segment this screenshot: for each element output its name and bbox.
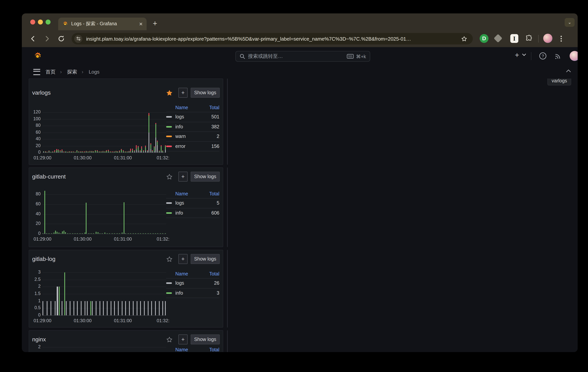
log-line[interactable]: 2025-01-05 01:31:31.509 {"method":"GET",… bbox=[227, 268, 228, 276]
extension-i-icon[interactable]: I bbox=[510, 34, 518, 43]
extension-diamond-icon[interactable] bbox=[495, 35, 501, 41]
legend-row[interactable]: warn2 bbox=[166, 132, 219, 142]
log-line[interactable]: 2025-01-05 01:31:21.482 {"method":"GET",… bbox=[227, 276, 228, 283]
zoom-window-button[interactable] bbox=[46, 20, 51, 24]
add-new-icon[interactable]: + bbox=[515, 51, 519, 59]
search-shortcut: ⌘+k bbox=[347, 54, 366, 59]
tab-close-icon[interactable]: ✕ bbox=[139, 21, 143, 27]
log-line[interactable]: 2025-01-05 01:31:59.900 2025-01-04T17:31… bbox=[227, 106, 228, 114]
log-line[interactable]: 2025-01-05 01:31:59.864 2025-01-04T17:31… bbox=[227, 122, 228, 130]
log-lines-panel[interactable]: 2025-01-05 01:31:59.814 100.120.16.129 -… bbox=[227, 330, 228, 352]
window-chevron-button[interactable]: ⌄ bbox=[565, 18, 575, 27]
search-input[interactable]: 搜索或跳转至… ⌘+k bbox=[235, 51, 370, 62]
log-line[interactable]: 2025-01-05 01:31:59.649 2025-01-04T17:31… bbox=[227, 153, 228, 160]
url-bar[interactable]: insight.plam.toay.io/a/grafana-lokiexplo… bbox=[72, 33, 473, 44]
forward-icon[interactable] bbox=[43, 34, 51, 43]
show-logs-button[interactable]: Show logs bbox=[191, 334, 220, 344]
news-rss-icon[interactable] bbox=[554, 52, 562, 60]
toolbar-divider bbox=[538, 35, 539, 43]
add-to-dashboard-button[interactable]: + bbox=[178, 254, 188, 264]
new-tab-button[interactable]: + bbox=[153, 20, 157, 27]
header-divider bbox=[531, 52, 531, 60]
log-line[interactable]: 2025-01-05 01:31:59.864 2025-01-04T17:31… bbox=[227, 130, 228, 137]
legend-row[interactable]: error156 bbox=[166, 142, 219, 151]
bookmark-star-icon[interactable] bbox=[461, 35, 467, 42]
collapse-chevron-icon[interactable] bbox=[566, 69, 571, 72]
log-line[interactable]: 2025-01-05 01:31:59.864 2025-01-04T17:31… bbox=[227, 145, 228, 153]
breadcrumb-separator: › bbox=[82, 69, 84, 75]
log-line[interactable]: 2025-01-05 01:31:59.900 2025-01-04T17:31… bbox=[227, 114, 228, 122]
legend-row[interactable]: info382 bbox=[166, 122, 219, 132]
show-logs-button[interactable]: Show logs bbox=[191, 254, 220, 264]
legend-header-total[interactable]: Total bbox=[209, 347, 219, 352]
log-line[interactable]: 2025-01-05 01:30:51.403 {"method":"GET",… bbox=[227, 299, 228, 306]
log-line[interactable]: 2025-01-05 01:31:59.900 2025-01-04T17:31… bbox=[227, 91, 228, 98]
extension-green-icon[interactable]: D bbox=[480, 34, 488, 43]
log-line[interactable]: 2025-01-05 01:31:52.262 {"backend_id":"r… bbox=[227, 210, 228, 218]
legend-header-name[interactable]: Name bbox=[175, 271, 209, 277]
legend-header-total[interactable]: Total bbox=[209, 271, 219, 277]
breadcrumb-explore[interactable]: 探索 bbox=[67, 68, 77, 75]
log-line[interactable]: 2025-01-05 01:31:51.557 {"method":"GET",… bbox=[227, 252, 228, 260]
favorite-star-icon[interactable] bbox=[165, 254, 174, 264]
menu-hamburger-icon[interactable] bbox=[33, 69, 40, 75]
legend-row[interactable]: logs26 bbox=[166, 279, 219, 288]
minimize-window-button[interactable] bbox=[38, 20, 43, 24]
extensions-puzzle-icon[interactable] bbox=[525, 34, 533, 42]
legend-row[interactable]: logs5 bbox=[166, 198, 219, 208]
add-to-dashboard-button[interactable]: + bbox=[178, 172, 188, 182]
add-to-dashboard-button[interactable]: + bbox=[178, 88, 188, 98]
log-line[interactable]: 2025-01-05 01:31:11.457 {"method":"GET",… bbox=[227, 284, 228, 291]
legend-row[interactable]: info3 bbox=[166, 288, 219, 298]
favorite-star-icon[interactable] bbox=[165, 88, 174, 98]
log-lines-panel[interactable]: 2025-01-05 01:31:51.557 {"method":"GET",… bbox=[227, 250, 228, 328]
legend-row[interactable]: logs501 bbox=[166, 112, 219, 122]
show-logs-button[interactable]: Show logs bbox=[191, 172, 220, 182]
log-line[interactable]: 2025-01-05 01:31:01.430 {"method":"GET",… bbox=[227, 291, 228, 299]
tab-strip: Logs - 探索 - Grafana ✕ + ⌄ bbox=[22, 13, 578, 30]
legend-header-total[interactable]: Total bbox=[209, 105, 219, 110]
browser-tab[interactable]: Logs - 探索 - Grafana ✕ bbox=[58, 18, 147, 30]
log-line[interactable]: 2025-01-05 01:31:51.510 {"backend_id":"r… bbox=[227, 218, 228, 225]
browser-menu-icon[interactable] bbox=[558, 34, 565, 43]
log-line[interactable]: 2025-01-05 01:31:53.766 {"backend_id":"r… bbox=[227, 202, 228, 210]
show-logs-button[interactable]: Show logs bbox=[191, 88, 220, 98]
series-color-dot bbox=[166, 126, 172, 128]
breadcrumb-home[interactable]: 首页 bbox=[46, 68, 55, 75]
log-line[interactable]: 2025-01-05 01:31:41.532 {"method":"GET",… bbox=[227, 260, 228, 268]
panels-scroll-area[interactable]: 02040608010012001:29:0001:30:0001:31:000… bbox=[22, 78, 578, 352]
log-line[interactable]: 2025-01-05 01:30:41.376 {"method":"GET",… bbox=[227, 307, 228, 314]
add-to-dashboard-button[interactable]: + bbox=[178, 334, 188, 344]
favorite-star-icon[interactable] bbox=[165, 334, 174, 344]
legend-header-name[interactable]: Name bbox=[175, 191, 209, 197]
legend-row[interactable]: info606 bbox=[166, 208, 219, 218]
log-line[interactable]: 2025-01-05 01:31:59.782 {"backend_id":"r… bbox=[227, 171, 228, 179]
log-line[interactable]: 2025-01-05 01:31:59.864 2025-01-04T17:31… bbox=[227, 137, 228, 145]
log-line[interactable]: 2025-01-05 01:31:55.270 {"backend_id":"r… bbox=[227, 194, 228, 202]
close-window-button[interactable] bbox=[30, 20, 35, 24]
legend-header-total[interactable]: Total bbox=[209, 191, 219, 197]
log-line[interactable]: 2025-01-05 01:31:49.254 {"backend_id":"r… bbox=[227, 233, 228, 241]
log-line[interactable]: 2025-01-05 01:31:56.773 {"backend_id":"r… bbox=[227, 187, 228, 194]
log-line[interactable]: 2025-01-05 01:30:32.854 {"method":"GET",… bbox=[227, 314, 228, 322]
add-new-chevron-icon[interactable] bbox=[522, 54, 526, 56]
legend-header-name[interactable]: Name bbox=[175, 347, 209, 352]
back-icon[interactable] bbox=[29, 34, 37, 43]
sticky-panel-chip[interactable]: varlogs bbox=[547, 78, 571, 86]
user-avatar[interactable] bbox=[570, 51, 578, 61]
log-line[interactable]: 2025-01-05 01:31:59.814 100.120.16.129 -… bbox=[227, 334, 228, 341]
log-lines-panel[interactable]: 2025-01-05 01:31:59.782 {"backend_id":"r… bbox=[227, 167, 228, 247]
log-line[interactable]: 2025-01-05 01:31:58.279 {"backend_id":"r… bbox=[227, 179, 228, 186]
log-lines-panel[interactable]: 2025-01-05 01:31:59.900 2025-01-04T17:31… bbox=[227, 78, 228, 165]
grafana-logo[interactable] bbox=[33, 51, 42, 61]
favorite-star-icon[interactable] bbox=[165, 172, 174, 182]
help-icon[interactable]: ? bbox=[539, 52, 547, 60]
log-line[interactable]: 2025-01-05 01:31:51.009 {"backend_id":"r… bbox=[227, 225, 228, 233]
browser-profile-avatar[interactable] bbox=[543, 34, 552, 43]
log-line[interactable]: 2025-01-05 01:31:58.310 100.120.32.65 - … bbox=[227, 341, 228, 349]
log-line[interactable]: 2025-01-05 01:31:59.900 2025-01-04T17:31… bbox=[227, 98, 228, 106]
site-info-icon[interactable] bbox=[74, 35, 82, 43]
service-summary-panel: 02040608001:29:0001:30:0001:31:0001:32: … bbox=[29, 167, 223, 247]
legend-header-name[interactable]: Name bbox=[175, 105, 209, 110]
reload-icon[interactable] bbox=[57, 34, 65, 43]
